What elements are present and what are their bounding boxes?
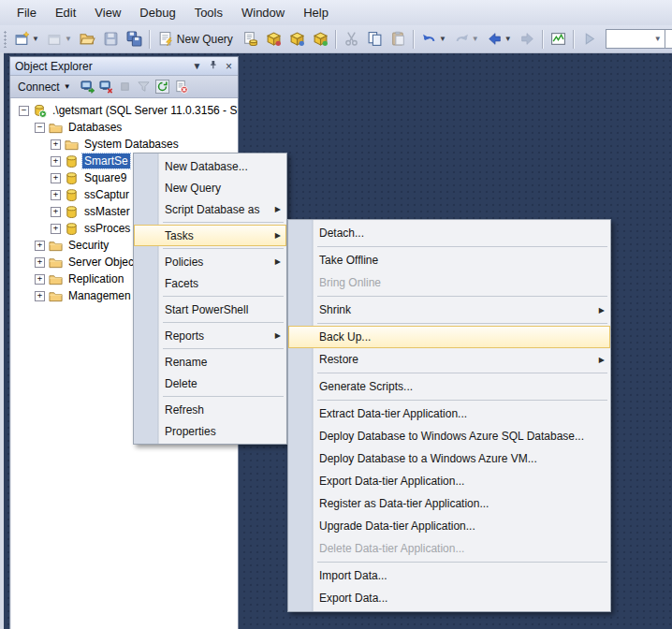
menu-item-delete[interactable]: Delete (134, 373, 286, 394)
menu-item-label: Deploy Database to a Windows Azure VM... (319, 452, 537, 465)
menu-file[interactable]: File (7, 2, 46, 23)
menu-item-label: Bring Online (319, 276, 381, 289)
dmx-query-button[interactable] (286, 28, 308, 51)
expand-icon[interactable]: + (51, 207, 61, 217)
connect-button[interactable]: Connect ▼ (14, 80, 75, 95)
menu-item-detach[interactable]: Detach... (288, 222, 610, 244)
close-icon[interactable]: × (222, 60, 236, 73)
menu-item-properties[interactable]: Properties (134, 420, 286, 442)
menu-separator (317, 323, 607, 324)
expand-icon[interactable]: + (51, 156, 61, 167)
expand-icon[interactable]: + (35, 291, 45, 301)
navigate-forward-button[interactable] (517, 28, 538, 51)
menu-item-export-data-tier-application[interactable]: Export Data-tier Application... (288, 470, 610, 492)
chevron-down-icon[interactable]: ▼ (32, 35, 39, 43)
open-file-button[interactable] (77, 28, 98, 51)
tree-label: ssCaptur (82, 187, 131, 202)
disconnect-server-icon[interactable] (98, 79, 115, 95)
expand-icon[interactable]: + (51, 139, 61, 150)
undo-button[interactable]: ▼ (418, 28, 449, 51)
toolbar-combobox[interactable]: ▼ (606, 29, 665, 49)
add-item-disabled-button[interactable]: ▼ (44, 28, 75, 51)
tree-label: Security (66, 238, 110, 253)
chevron-down-icon[interactable]: ▼ (65, 35, 72, 43)
menu-debug[interactable]: Debug (130, 2, 184, 23)
add-new-item-button[interactable]: ▼ (11, 28, 42, 51)
database-engine-query-button[interactable] (240, 28, 261, 51)
collapse-icon[interactable]: − (35, 123, 45, 133)
menu-item-restore[interactable]: Restore▶ (288, 348, 610, 371)
menu-item-label: Tasks (165, 229, 194, 242)
refresh-icon[interactable] (154, 79, 171, 95)
save-button[interactable] (100, 28, 122, 51)
object-explorer-titlebar[interactable]: Object Explorer ▼ × (10, 57, 238, 76)
redo-button[interactable]: ▼ (451, 28, 482, 51)
collapse-icon[interactable]: − (19, 106, 29, 116)
script-error-icon[interactable] (173, 79, 190, 95)
menu-window[interactable]: Window (232, 2, 294, 23)
menu-edit[interactable]: Edit (46, 2, 85, 23)
expand-icon[interactable]: + (51, 190, 61, 200)
save-all-button[interactable] (124, 28, 145, 51)
menu-item-label: Facets (165, 277, 198, 290)
menu-help[interactable]: Help (294, 2, 338, 23)
cut-icon (343, 31, 359, 47)
menu-item-facets[interactable]: Facets (134, 272, 286, 294)
toolbar-grip-handle[interactable] (4, 31, 7, 48)
menu-item-shrink[interactable]: Shrink▶ (288, 299, 610, 321)
activity-monitor-button[interactable] (548, 28, 569, 51)
menu-item-rename[interactable]: Rename (134, 351, 286, 373)
expand-icon[interactable]: + (35, 241, 45, 251)
menu-item-export-data[interactable]: Export Data... (288, 587, 610, 609)
chevron-down-icon[interactable]: ▼ (439, 35, 446, 43)
menu-view[interactable]: View (85, 2, 130, 23)
menu-item-reports[interactable]: Reports▶ (134, 325, 286, 346)
folder-icon (49, 239, 63, 253)
menu-item-deploy-database-to-a-windows-azure-vm[interactable]: Deploy Database to a Windows Azure VM... (288, 447, 610, 470)
tree-row-system-databases[interactable]: +System Databases (11, 136, 238, 153)
tree-row-getsmart-sql-server-11-0-3156-squa[interactable]: −.\getsmart (SQL Server 11.0.3156 - SQUA (11, 102, 238, 119)
menu-item-new-query[interactable]: New Query (134, 177, 286, 198)
navigate-backward-icon (487, 31, 503, 47)
menu-item-deploy-database-to-windows-azure-sql-database[interactable]: Deploy Database to Windows Azure SQL Dat… (288, 425, 610, 447)
pin-icon[interactable] (206, 60, 220, 72)
menu-item-take-offline[interactable]: Take Offline (288, 249, 610, 271)
expand-icon[interactable]: + (51, 224, 61, 234)
navigate-backward-button[interactable]: ▼ (484, 28, 515, 51)
new-query-button[interactable]: New Query (154, 28, 238, 51)
menu-item-refresh[interactable]: Refresh (134, 399, 286, 420)
menu-item-label: Take Offline (319, 254, 378, 267)
mdx-query-button[interactable] (263, 28, 285, 51)
menu-item-script-database-as[interactable]: Script Database as▶ (134, 198, 286, 220)
chevron-down-icon[interactable]: ▼ (472, 35, 479, 43)
tree-row-databases[interactable]: −Databases (11, 119, 238, 136)
debug-play-button[interactable] (578, 28, 600, 51)
menu-item-extract-data-tier-application[interactable]: Extract Data-tier Application... (288, 402, 610, 425)
submenu-arrow-icon: ▶ (599, 356, 605, 364)
menu-item-policies[interactable]: Policies▶ (134, 251, 286, 272)
menu-item-new-database[interactable]: New Database... (134, 155, 286, 177)
paste-button[interactable] (387, 28, 409, 51)
connect-server-icon[interactable] (80, 79, 96, 95)
menu-item-tasks[interactable]: Tasks▶ (134, 225, 286, 246)
menu-separator (163, 396, 284, 397)
xmla-query-button[interactable] (310, 28, 331, 51)
chevron-down-icon[interactable]: ▼ (504, 35, 512, 43)
cut-button[interactable] (341, 28, 362, 51)
tree-label: System Databases (82, 137, 181, 152)
menu-item-register-as-data-tier-application[interactable]: Register as Data-tier Application... (288, 492, 610, 515)
menu-item-start-powershell[interactable]: Start PowerShell (134, 299, 286, 320)
window-position-icon[interactable]: ▼ (190, 61, 204, 71)
menu-tools[interactable]: Tools (185, 2, 232, 23)
expand-icon[interactable]: + (51, 173, 61, 183)
toolbar-combobox-partial[interactable] (665, 29, 672, 49)
copy-button[interactable] (364, 28, 386, 51)
expand-icon[interactable]: + (35, 257, 45, 268)
menu-item-upgrade-data-tier-application[interactable]: Upgrade Data-tier Application... (288, 515, 610, 537)
menu-item-back-up[interactable]: Back Up... (288, 326, 610, 348)
expand-icon[interactable]: + (35, 274, 45, 285)
menu-item-label: Detach... (319, 227, 364, 240)
menu-item-import-data[interactable]: Import Data... (288, 564, 610, 587)
menu-item-generate-scripts[interactable]: Generate Scripts... (288, 375, 610, 398)
database-context-menu: New Database...New QueryScript Database … (133, 153, 287, 445)
